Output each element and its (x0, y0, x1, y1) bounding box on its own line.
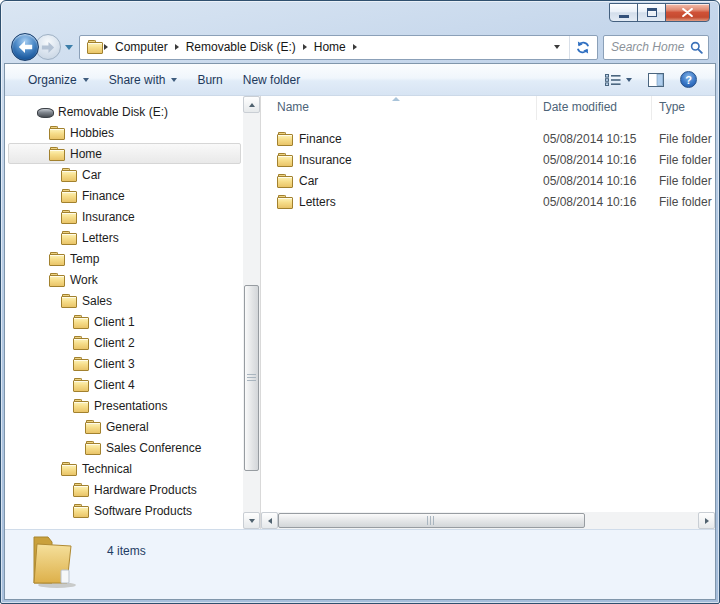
tree-item[interactable]: Temp (8, 248, 241, 269)
location-folder-icon[interactable] (87, 40, 103, 54)
search-icon[interactable] (690, 41, 703, 54)
folder-icon (277, 195, 293, 209)
file-list: Finance 05/08/2014 10:15 File folder Ins… (261, 120, 715, 512)
organize-label: Organize (28, 73, 77, 87)
breadcrumb-item-home[interactable]: Home (308, 36, 352, 59)
tree-item-label: Car (82, 168, 101, 182)
tree-item[interactable]: Technical (8, 458, 241, 479)
folder-icon (61, 462, 77, 476)
share-with-button[interactable]: Share with (99, 68, 188, 92)
breadcrumb-chevron-icon[interactable] (303, 44, 307, 50)
tree-item[interactable]: General (8, 416, 241, 437)
close-button[interactable] (665, 3, 710, 22)
folder-tree: Removable Disk (E:) Hobbies Home Car Fin… (5, 96, 243, 529)
breadcrumb-chevron-icon[interactable] (175, 44, 179, 50)
file-name-cell: Finance (261, 132, 537, 146)
breadcrumb-chevron-icon[interactable] (104, 44, 108, 50)
search-input[interactable] (611, 40, 690, 54)
breadcrumb-item-removable-disk[interactable]: Removable Disk (E:) (180, 36, 302, 59)
tree-item[interactable]: Client 2 (8, 332, 241, 353)
tree-item-label: Sales (82, 294, 112, 308)
file-type: File folder (652, 174, 715, 188)
file-row[interactable]: Insurance 05/08/2014 10:16 File folder (261, 149, 715, 170)
folder-icon (49, 126, 65, 140)
column-header-row: Name Date modified Type (261, 96, 715, 120)
folder-icon (277, 153, 293, 167)
file-date-modified: 05/08/2014 10:16 (537, 153, 652, 167)
items-count: 4 items (107, 544, 146, 558)
triangle-left-icon (268, 518, 272, 524)
back-button[interactable] (11, 33, 39, 61)
folder-icon (73, 504, 89, 518)
burn-button[interactable]: Burn (187, 68, 232, 92)
breadcrumb-item-computer[interactable]: Computer (109, 36, 174, 59)
scroll-thumb[interactable] (244, 285, 259, 471)
refresh-icon (576, 41, 590, 54)
scroll-thumb[interactable] (278, 513, 585, 528)
tree-item[interactable]: Client 3 (8, 353, 241, 374)
minimize-button[interactable] (609, 3, 638, 22)
address-history-dropdown[interactable] (545, 36, 569, 59)
scroll-track[interactable] (278, 512, 698, 529)
folder-icon (85, 420, 101, 434)
tree-item[interactable]: Client 4 (8, 374, 241, 395)
folder-icon (61, 189, 77, 203)
tree-item[interactable]: Work (8, 269, 241, 290)
tree-item-label: Software Products (94, 504, 192, 518)
tree-item-label: Client 3 (94, 357, 135, 371)
tree-item[interactable]: Hardware Products (8, 479, 241, 500)
scroll-right-button[interactable] (698, 512, 715, 529)
triangle-down-icon (249, 519, 255, 523)
column-header-date-modified[interactable]: Date modified (537, 96, 652, 120)
tree-item-label: Finance (82, 189, 125, 203)
tree-item-label: Home (70, 147, 102, 161)
tree-item[interactable]: Hobbies (8, 122, 241, 143)
tree-item[interactable]: Software Products (8, 500, 241, 521)
organize-button[interactable]: Organize (18, 68, 99, 92)
scroll-left-button[interactable] (261, 512, 278, 529)
file-row[interactable]: Letters 05/08/2014 10:16 File folder (261, 191, 715, 212)
views-icon (605, 74, 621, 86)
column-header-type[interactable]: Type (652, 96, 715, 120)
tree-item[interactable]: Insurance (8, 206, 241, 227)
recent-pages-dropdown[interactable] (65, 45, 73, 50)
tree-item[interactable]: Presentations (8, 395, 241, 416)
folder-icon (73, 483, 89, 497)
file-name-cell: Letters (261, 195, 537, 209)
change-view-button[interactable] (600, 70, 637, 90)
content-area: Removable Disk (E:) Hobbies Home Car Fin… (5, 96, 715, 529)
file-name: Car (299, 174, 318, 188)
scroll-track[interactable] (243, 113, 260, 512)
tree-item-label: Client 1 (94, 315, 135, 329)
new-folder-button[interactable]: New folder (233, 68, 310, 92)
address-bar[interactable]: Computer Removable Disk (E:) Home (79, 35, 598, 60)
scroll-down-button[interactable] (243, 512, 260, 529)
folder-icon (49, 147, 65, 161)
help-button[interactable]: ? (675, 67, 702, 92)
file-row[interactable]: Car 05/08/2014 10:16 File folder (261, 170, 715, 191)
chevron-down-icon (626, 78, 632, 82)
maximize-button[interactable] (637, 3, 666, 22)
tree-item-label: Insurance (82, 210, 135, 224)
tree-item[interactable]: Car (8, 164, 241, 185)
tree-vertical-scrollbar[interactable] (243, 96, 260, 529)
tree-item-label: Client 4 (94, 378, 135, 392)
tree-item[interactable]: Sales (8, 290, 241, 311)
tree-item[interactable]: Home (8, 143, 241, 164)
scroll-up-button[interactable] (243, 96, 260, 113)
tree-item[interactable]: Client 1 (8, 311, 241, 332)
tree-item[interactable]: Removable Disk (E:) (8, 101, 241, 122)
tree-item[interactable]: Letters (8, 227, 241, 248)
breadcrumb-chevron-icon[interactable] (353, 44, 357, 50)
search-box[interactable] (603, 35, 709, 60)
horizontal-scrollbar[interactable] (261, 512, 715, 529)
tree-item[interactable]: Finance (8, 185, 241, 206)
toolbar-right-group: ? (600, 67, 702, 92)
preview-pane-button[interactable] (643, 69, 669, 91)
refresh-button[interactable] (569, 36, 595, 59)
folder-icon (61, 210, 77, 224)
file-row[interactable]: Finance 05/08/2014 10:15 File folder (261, 128, 715, 149)
preview-pane-icon (648, 73, 664, 87)
tree-item[interactable]: Sales Conference (8, 437, 241, 458)
file-date-modified: 05/08/2014 10:16 (537, 174, 652, 188)
